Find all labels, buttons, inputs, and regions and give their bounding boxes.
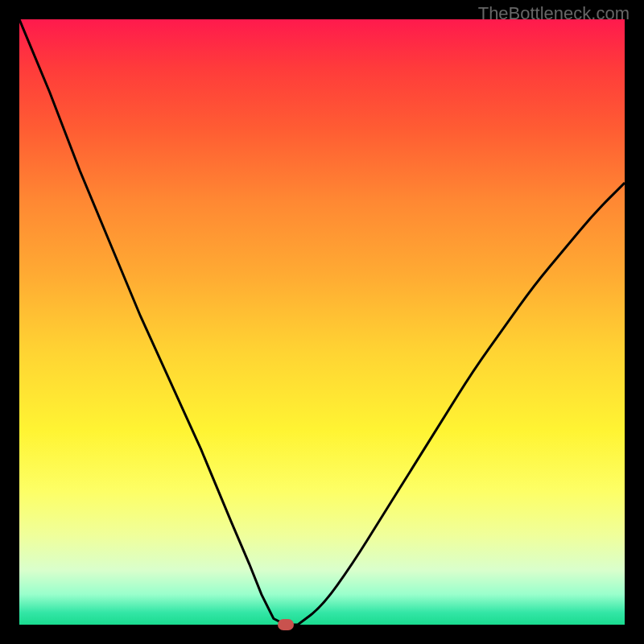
bottleneck-curve <box>19 19 625 625</box>
bottleneck-marker <box>278 619 294 630</box>
watermark-text: TheBottleneck.com <box>478 3 630 24</box>
